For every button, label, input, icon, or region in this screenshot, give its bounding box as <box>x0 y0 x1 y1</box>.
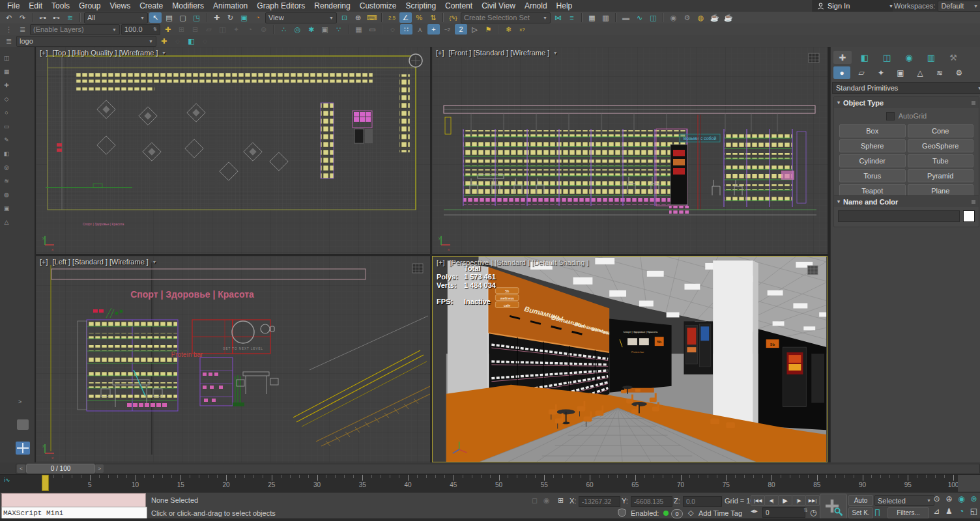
bind-to-spacewarp-icon[interactable]: ≋ <box>64 12 76 23</box>
object-color-swatch[interactable] <box>963 210 975 222</box>
percent-snap-icon[interactable]: % <box>413 12 425 23</box>
viewport-top[interactable]: Спорт | Здоровье | Красота yx [+] [Top ]… <box>36 47 430 254</box>
viewport-menu-arrow[interactable]: ▾ <box>153 259 156 265</box>
set-keys-button[interactable] <box>820 494 847 519</box>
utilities-tab[interactable]: ⚒ <box>944 51 962 64</box>
graphite-select-icon[interactable]: ∴ <box>278 24 290 35</box>
dock-grid-icon[interactable]: ▦ <box>1 67 12 76</box>
viewcube-mini[interactable] <box>412 264 423 273</box>
selection-lasso-icon[interactable]: ◌ <box>386 24 399 35</box>
layer-list-icon[interactable]: ≣ <box>16 24 29 35</box>
paint-deform-icon[interactable]: ∵ <box>332 24 345 35</box>
object-name-input[interactable] <box>838 210 960 222</box>
menu-create[interactable]: Create <box>135 0 167 12</box>
select-similar-icon[interactable]: ▣ <box>319 24 331 35</box>
cursor-snap-icon[interactable]: ▷ <box>468 24 481 35</box>
lights-icon[interactable]: ✦ <box>872 66 889 79</box>
add-time-tag[interactable]: Add Time Tag <box>699 509 742 517</box>
opacity-field[interactable]: 100.0⇅ <box>121 24 160 35</box>
menu-arnold[interactable]: Arnold <box>520 0 552 12</box>
shapes-icon[interactable]: ▱ <box>853 66 870 79</box>
dock-tri-icon[interactable]: △ <box>1 218 12 227</box>
key-filter-dropdown[interactable]: Selected▼ <box>874 495 934 506</box>
primitive-sphere-button[interactable]: Sphere <box>839 139 906 152</box>
add-to-layer-icon[interactable]: ⊞ <box>175 24 188 35</box>
degradation-count-badge[interactable]: 0 <box>671 509 683 518</box>
selection-region-icon[interactable]: ▢ <box>177 12 189 23</box>
named-selection-sets-icon[interactable]: {✎} <box>447 12 459 23</box>
viewport-plus-menu[interactable]: [+] <box>40 258 48 266</box>
create-tab[interactable]: ✚ <box>833 51 852 64</box>
viewport-left[interactable]: Спорт | Здоровье | Красота <box>36 256 430 462</box>
helpers-icon[interactable]: △ <box>912 66 929 79</box>
primitive-tube-button[interactable]: Tube <box>908 154 974 167</box>
isolate-selection-toggle[interactable]: ◻ <box>532 496 538 505</box>
render-setup-icon[interactable]: ⚙ <box>681 12 693 23</box>
dock-circle-icon[interactable]: ○ <box>1 108 12 117</box>
curve-editor-icon[interactable]: ∿ <box>633 12 646 23</box>
add-scene-icon[interactable]: ✚ <box>158 36 170 46</box>
cameras-icon[interactable]: ▣ <box>892 66 909 79</box>
layers-dropdown[interactable]: (Enable Layers)▼ <box>30 24 120 35</box>
menu-tools[interactable]: Tools <box>47 0 74 12</box>
primitive-category-dropdown[interactable]: Standard Primitives ▼ <box>832 82 980 94</box>
keyable-icon[interactable]: ∏ <box>874 508 880 516</box>
menu-civil-view[interactable]: Civil View <box>477 0 520 12</box>
undo-icon[interactable]: ↶ <box>3 12 15 23</box>
menu-file[interactable]: File <box>3 0 24 12</box>
snap-2-icon[interactable]: 2 <box>455 24 467 35</box>
scene-options-icon[interactable]: ◌ <box>199 36 211 46</box>
array-icon[interactable]: ▦ <box>353 24 365 35</box>
clear-transform-icon[interactable]: x? <box>516 24 528 35</box>
shield-icon[interactable] <box>618 508 626 517</box>
scene-list-icon[interactable]: ≣ <box>3 36 15 46</box>
menu-scripting[interactable]: Scripting <box>401 0 440 12</box>
primitive-box-button[interactable]: Box <box>839 124 906 137</box>
select-rotate-icon[interactable]: ↻ <box>224 12 237 23</box>
time-slider-handle[interactable]: 0 / 100 <box>26 464 95 473</box>
layer-color-icon[interactable]: ⊚ <box>257 24 270 35</box>
name-color-header[interactable]: ▾ Name and Color <box>834 196 979 207</box>
dock-select-icon[interactable]: ◫ <box>1 53 12 63</box>
viewport-front[interactable]: Возьми с собой <box>432 47 828 254</box>
angle-snap-icon[interactable]: ∠ <box>399 12 412 23</box>
auto-key-button[interactable]: Auto <box>848 495 873 506</box>
render-frame-icon[interactable]: ◍ <box>695 12 707 23</box>
time-tag-cube-icon[interactable]: ◇ <box>688 509 693 517</box>
layer-explorer-icon[interactable]: ▥ <box>599 12 612 23</box>
geometry-icon[interactable]: ● <box>833 66 850 79</box>
menu-group[interactable]: Group <box>74 0 105 12</box>
time-slider-track[interactable] <box>16 464 980 474</box>
viewport-label[interactable]: [Left ] [Standard ] [Wireframe ] <box>53 258 149 266</box>
select-and-link-icon[interactable]: ⊶ <box>36 12 49 23</box>
pick-scene-icon[interactable]: ◧ <box>185 36 197 46</box>
viewport-menu-arrow[interactable]: ▾ <box>163 50 166 56</box>
macro-recorder-field[interactable] <box>1 493 146 508</box>
use-pivot-center-icon[interactable]: ⊡ <box>338 12 351 23</box>
zoom-region-icon[interactable]: ⊿ <box>930 506 943 516</box>
select-scale-icon[interactable]: ▣ <box>238 12 250 23</box>
viewport-plus-menu[interactable]: [+] <box>40 49 48 57</box>
menu-content[interactable]: Content <box>440 0 477 12</box>
dock-waves-icon[interactable]: ≋ <box>1 176 12 186</box>
align-icon[interactable]: ≡ <box>566 12 578 23</box>
maxscript-mini-listener[interactable]: MAXScript Mini <box>1 507 147 519</box>
dock-sphere-icon[interactable]: ◍ <box>1 190 12 199</box>
viewport-layout-tab[interactable] <box>16 442 30 455</box>
menu-views[interactable]: Views <box>105 0 135 12</box>
menu-edit[interactable]: Edit <box>24 0 47 12</box>
y-coordinate-field[interactable]: -6608.135 <box>631 496 672 507</box>
primitive-cone-button[interactable]: Cone <box>908 124 974 137</box>
freeze-layer-icon[interactable]: ✦ <box>230 24 242 35</box>
motion-tab[interactable]: ◉ <box>900 51 918 64</box>
z-coordinate-field[interactable]: 0.0 <box>683 496 722 507</box>
viewport-menu-arrow[interactable]: ▾ <box>554 50 556 56</box>
viewport-label[interactable]: [Front ] [Standard ] [Wireframe ] <box>449 49 550 57</box>
sign-in-button[interactable]: Sign In ▼ <box>813 0 897 12</box>
autogrid-checkbox[interactable] <box>886 112 895 120</box>
menu-customize[interactable]: Customize <box>355 0 401 12</box>
x-coordinate-field[interactable]: -13267.32 <box>579 496 620 507</box>
menu-help[interactable]: Help <box>552 0 577 12</box>
hierarchy-tab[interactable]: ◫ <box>878 51 896 64</box>
maximize-viewport-icon[interactable]: ◱ <box>968 506 980 516</box>
